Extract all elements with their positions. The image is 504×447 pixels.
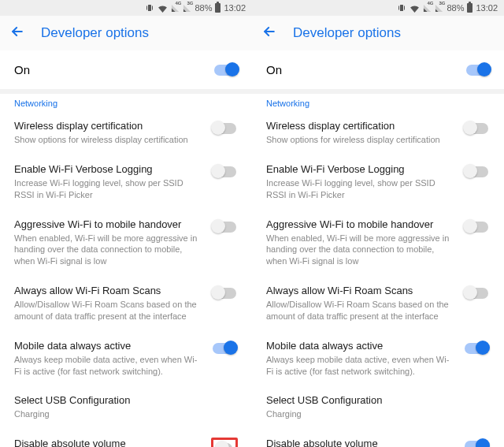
battery-pct: 88% [195,3,212,13]
toggle-mobile-data-active[interactable] [213,343,236,354]
signal-2-icon: 3G [183,4,191,13]
setting-sub: When enabled, Wi-Fi will be more aggress… [266,233,452,268]
setting-roam-scans[interactable]: Always allow Wi-Fi Roam Scans Allow/Disa… [252,276,504,331]
setting-absolute-volume[interactable]: Disable absolute volume Disables the Blu… [252,429,504,447]
status-bar: 4G 3G 88% 13:02 [0,0,252,16]
page-title: Developer options [293,25,401,41]
svg-rect-4 [398,6,399,10]
vibrate-icon [145,3,154,13]
app-bar: Developer options [252,16,504,50]
battery-pct: 88% [447,3,464,13]
master-switch-row[interactable]: On [252,50,504,94]
setting-sub: When enabled, Wi-Fi will be more aggress… [14,233,200,268]
page-title: Developer options [41,25,149,41]
toggle-wifi-verbose[interactable] [213,166,236,177]
battery-icon [215,3,220,13]
setting-usb-config[interactable]: Select USB Configuration Charging [252,386,504,429]
svg-rect-1 [146,6,147,10]
toggle-aggressive-handover[interactable] [213,222,236,233]
clock: 13:02 [224,3,246,13]
toggle-absolute-volume[interactable] [217,443,232,447]
section-networking: Networking [252,94,504,111]
setting-title: Always allow Wi-Fi Roam Scans [14,285,200,296]
setting-title: Select USB Configuration [266,394,490,406]
svg-rect-5 [404,6,405,10]
setting-title: Always allow Wi-Fi Roam Scans [266,285,452,296]
highlight-absolute-volume [211,438,238,447]
battery-icon [467,3,472,13]
master-switch[interactable] [214,65,238,76]
setting-title: Mobile data always active [266,340,452,352]
signal-2-icon: 3G [435,4,443,13]
vibrate-icon [397,3,406,13]
toggle-roam-scans[interactable] [465,288,488,299]
svg-rect-2 [152,6,153,10]
section-networking: Networking [0,94,252,111]
setting-title: Wireless display certification [14,120,200,132]
toggle-roam-scans[interactable] [213,288,236,299]
signal-1-icon: 4G [423,4,432,13]
setting-title: Select USB Configuration [14,394,238,406]
master-switch[interactable] [466,65,490,76]
setting-wireless-cert[interactable]: Wireless display certification Show opti… [0,111,252,155]
signal-1-label: 4G [427,1,433,6]
signal-1-label: 4G [175,1,181,6]
app-bar: Developer options [0,16,252,50]
back-icon[interactable] [261,24,277,43]
toggle-wireless-cert[interactable] [465,123,488,134]
wifi-icon [410,4,420,13]
master-switch-label: On [266,63,282,76]
toggle-mobile-data-active[interactable] [465,343,488,354]
setting-sub: Charging [266,408,490,420]
setting-mobile-data-active[interactable]: Mobile data always active Always keep mo… [0,331,252,386]
setting-title: Aggressive Wi-Fi to mobile handover [14,218,200,230]
setting-sub: Show options for wireless display certif… [14,134,200,146]
setting-sub: Charging [14,408,238,420]
setting-sub: Always keep mobile data active, even whe… [14,354,200,378]
clock: 13:02 [476,3,498,13]
signal-2-label: 3G [187,1,193,6]
signal-1-icon: 4G [171,4,180,13]
phone-left: 4G 3G 88% 13:02 Developer options On Net… [0,0,252,447]
setting-mobile-data-active[interactable]: Mobile data always active Always keep mo… [252,331,504,386]
setting-sub: Increase Wi-Fi logging level, show per S… [266,177,452,201]
setting-roam-scans[interactable]: Always allow Wi-Fi Roam Scans Allow/Disa… [0,276,252,331]
setting-sub: Allow/Disallow Wi-Fi Roam Scans based on… [14,299,200,322]
setting-title: Mobile data always active [14,340,200,352]
status-bar: 4G 3G 88% 13:02 [252,0,504,16]
setting-title: Enable Wi-Fi Verbose Logging [266,163,452,175]
setting-title: Aggressive Wi-Fi to mobile handover [266,218,452,230]
toggle-wifi-verbose[interactable] [465,166,488,177]
back-icon[interactable] [9,24,25,43]
signal-2-label: 3G [439,1,445,6]
setting-sub: Allow/Disallow Wi-Fi Roam Scans based on… [266,299,452,322]
svg-rect-3 [400,5,403,11]
wifi-icon [158,4,168,13]
setting-usb-config[interactable]: Select USB Configuration Charging [0,386,252,429]
setting-aggressive-handover[interactable]: Aggressive Wi-Fi to mobile handover When… [0,210,252,277]
phone-right: 4G 3G 88% 13:02 Developer options On Net… [252,0,504,447]
svg-rect-0 [148,5,151,11]
setting-title: Enable Wi-Fi Verbose Logging [14,163,200,175]
setting-title: Disable absolute volume [14,438,200,447]
setting-title: Wireless display certification [266,120,452,132]
setting-title: Disable absolute volume [266,438,452,447]
settings-list[interactable]: On Networking Wireless display certifica… [0,50,252,447]
master-switch-row[interactable]: On [0,50,252,94]
setting-wireless-cert[interactable]: Wireless display certification Show opti… [252,111,504,155]
master-switch-label: On [14,63,30,76]
setting-sub: Show options for wireless display certif… [266,134,452,146]
toggle-wireless-cert[interactable] [213,123,236,134]
settings-list[interactable]: On Networking Wireless display certifica… [252,50,504,447]
toggle-aggressive-handover[interactable] [465,222,488,233]
setting-wifi-verbose[interactable]: Enable Wi-Fi Verbose Logging Increase Wi… [252,155,504,210]
setting-absolute-volume[interactable]: Disable absolute volume Disables the Blu… [0,429,252,447]
setting-aggressive-handover[interactable]: Aggressive Wi-Fi to mobile handover When… [252,210,504,277]
setting-sub: Always keep mobile data active, even whe… [266,354,452,378]
toggle-absolute-volume[interactable] [465,441,488,447]
setting-wifi-verbose[interactable]: Enable Wi-Fi Verbose Logging Increase Wi… [0,155,252,210]
setting-sub: Increase Wi-Fi logging level, show per S… [14,177,200,201]
